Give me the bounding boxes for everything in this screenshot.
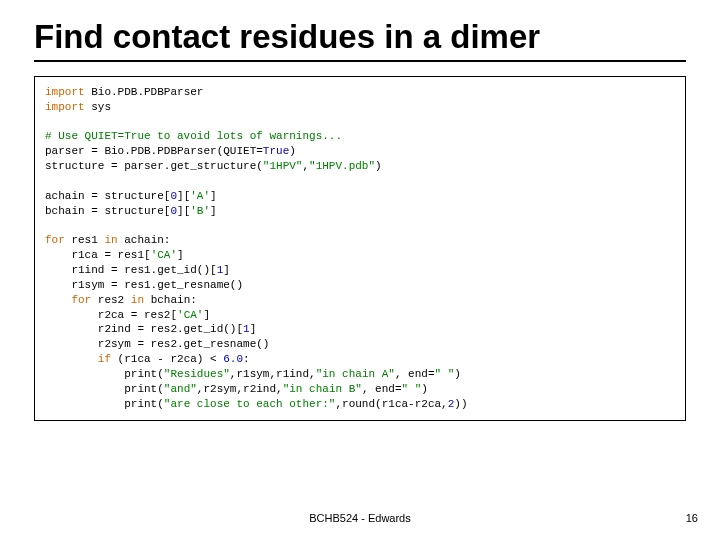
page-number: 16 — [686, 512, 698, 524]
code-string: "in chain B" — [283, 383, 362, 395]
kw-in: in — [104, 234, 117, 246]
code-text: ,r2sym,r2ind, — [197, 383, 283, 395]
code-text: r1ca = res1[ — [45, 249, 151, 261]
code-string: "and" — [164, 383, 197, 395]
code-text: achain: — [118, 234, 171, 246]
slide: Find contact residues in a dimer import … — [0, 0, 720, 540]
code-text: (r1ca - r2ca) < — [111, 353, 223, 365]
code-text — [45, 294, 71, 306]
kw-import: import — [45, 101, 85, 113]
code-text: ] — [177, 249, 184, 261]
code-text: ] — [203, 309, 210, 321]
code-text: bchain: — [144, 294, 197, 306]
code-block: import Bio.PDB.PDBParser import sys # Us… — [34, 76, 686, 421]
code-text: r1sym = res1.get_resname() — [45, 279, 243, 291]
code-text: )) — [454, 398, 467, 410]
code-text: res2 — [91, 294, 131, 306]
code-text: ] — [250, 323, 257, 335]
code-string: "are close to each other:" — [164, 398, 336, 410]
code-text: r1ind = res1.get_id()[ — [45, 264, 217, 276]
code-text: : — [243, 353, 250, 365]
code-text: bchain = structure[ — [45, 205, 170, 217]
code-string: "Residues" — [164, 368, 230, 380]
code-text: Bio.PDB.PDBParser — [85, 86, 204, 98]
code-text — [45, 353, 98, 365]
code-text: res1 — [65, 234, 105, 246]
code-text: , end= — [395, 368, 435, 380]
kw-if: if — [98, 353, 111, 365]
code-string: "1HPV.pdb" — [309, 160, 375, 172]
code-string: 'CA' — [151, 249, 177, 261]
code-text: parser = Bio.PDB.PDBParser(QUIET= — [45, 145, 263, 157]
code-text: ) — [289, 145, 296, 157]
code-text: r2ca = res2[ — [45, 309, 177, 321]
code-number: 1 — [243, 323, 250, 335]
code-text: ) — [375, 160, 382, 172]
code-string: "in chain A" — [316, 368, 395, 380]
code-string: 'A' — [190, 190, 210, 202]
kw-true: True — [263, 145, 289, 157]
code-string: " " — [402, 383, 422, 395]
code-text: achain = structure[ — [45, 190, 170, 202]
code-text: , end= — [362, 383, 402, 395]
kw-in: in — [131, 294, 144, 306]
code-text: structure = parser.get_structure( — [45, 160, 263, 172]
code-text: r2ind = res2.get_id()[ — [45, 323, 243, 335]
kw-for: for — [71, 294, 91, 306]
code-text: print( — [45, 383, 164, 395]
code-text: ][ — [177, 205, 190, 217]
code-text: ) — [421, 383, 428, 395]
code-text: r2sym = res2.get_resname() — [45, 338, 269, 350]
code-string: 'CA' — [177, 309, 203, 321]
code-string: " " — [435, 368, 455, 380]
title-underline — [34, 60, 686, 62]
kw-for: for — [45, 234, 65, 246]
code-text: print( — [45, 368, 164, 380]
code-text: ] — [223, 264, 230, 276]
kw-import: import — [45, 86, 85, 98]
code-text: ] — [210, 190, 217, 202]
code-text: print( — [45, 398, 164, 410]
code-text: sys — [85, 101, 111, 113]
code-text: ,round(r1ca-r2ca, — [335, 398, 447, 410]
slide-title: Find contact residues in a dimer — [34, 18, 686, 56]
code-string: "1HPV" — [263, 160, 303, 172]
code-comment: # Use QUIET=True to avoid lots of warnin… — [45, 130, 342, 142]
footer-text: BCHB524 - Edwards — [0, 512, 720, 524]
code-text: ] — [210, 205, 217, 217]
code-text: ][ — [177, 190, 190, 202]
code-text: ) — [454, 368, 461, 380]
code-string: 'B' — [190, 205, 210, 217]
code-text: ,r1sym,r1ind, — [230, 368, 316, 380]
code-number: 6.0 — [223, 353, 243, 365]
